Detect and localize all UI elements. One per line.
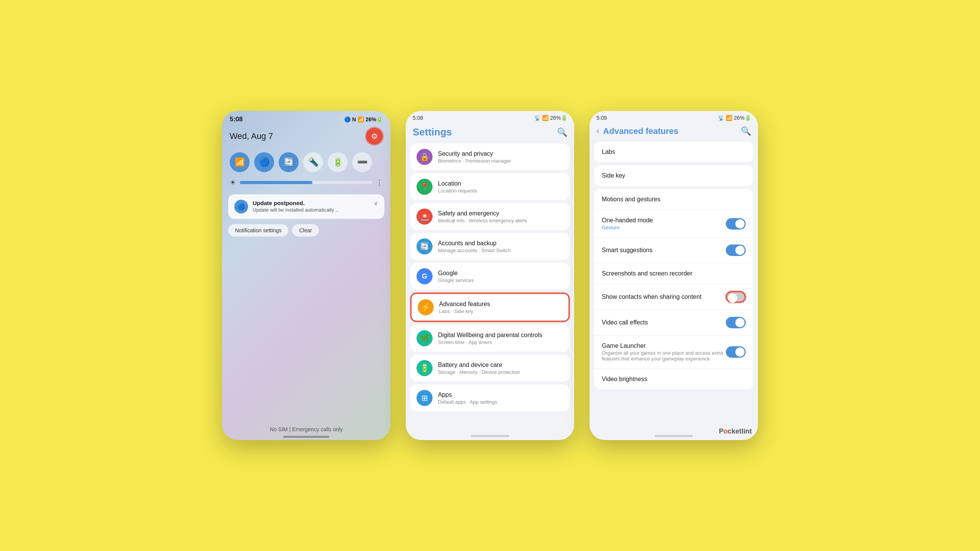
phone3-status-bar: 5:09 📡 📶 26%🔋 [590,111,758,123]
adv-item-motions[interactable]: Motions and gestures [594,189,753,210]
apps-text: Apps Default apps · App settings [438,391,564,405]
notification-body: Update will be installed automatically .… [253,207,369,213]
suggestions-toggle[interactable] [726,245,746,256]
brightness-icon: ☀ [230,178,236,187]
google-text: Google Google services [438,270,564,283]
video-brightness-label: Video brightness [602,376,746,383]
date-row: Wed, Aug 7 ⚙ [222,126,390,151]
no-sim-text: No SIM | Emergency calls only [222,426,390,432]
settings-item-apps[interactable]: ⊞ Apps Default apps · App settings [410,385,570,411]
phone3-search-button[interactable]: 🔍 [741,126,751,136]
sync-toggle[interactable]: 🔄 [279,152,299,172]
accounts-name: Accounts and backup [438,240,564,247]
adv-item-labs[interactable]: Labs [594,142,753,162]
phone1-status-icons: 🔵 N 📶 26%🔋 [344,116,383,122]
labs-label: Labs [602,148,746,155]
home-bar[interactable] [471,435,509,437]
wellbeing-sub: Screen time · App timers [438,339,564,345]
flashlight-toggle[interactable]: 🔦 [303,152,323,172]
google-icon: G [416,268,433,284]
notification-card: 🔵 Update postponed. Update will be insta… [228,194,384,219]
phone2-title: Settings [413,126,452,138]
notification-settings-button[interactable]: Notification settings [228,224,288,236]
settings-list: 🔒 Security and privacy Biometrics · Perm… [406,143,574,432]
notification-text: Update postponed. Update will be install… [253,200,369,213]
sidekey-label: Side key [602,172,746,179]
apps-icon: ⊞ [416,390,433,406]
more-options-icon[interactable]: ⋮ [376,178,383,187]
phone2-header: Settings 🔍 [406,123,574,143]
adv-item-screenshots[interactable]: Screenshots and screen recorder [594,263,753,284]
phone3-frame: 5:09 📡 📶 26%🔋 ‹ Advanced features 🔍 Labs [590,111,758,440]
adv-item-sidekey[interactable]: Side key [594,165,753,186]
adv-item-video-effects[interactable]: Video call effects [594,310,753,336]
location-icon: 📍 [416,179,433,195]
apps-sub: Default apps · App settings [438,399,564,405]
phone2-search-button[interactable]: 🔍 [557,127,567,137]
battery-name: Battery and device care [438,362,564,368]
advanced-sub: Labs · Side key [439,308,562,314]
settings-item-advanced[interactable]: ⚡ Advanced features Labs · Side key [410,293,570,322]
phone3-time: 5:09 [596,115,607,121]
safety-name: Safety and emergency [438,210,564,217]
phone3-status-icons: 📡 📶 26%🔋 [718,115,751,121]
adv-section-main: Motions and gestures One-handed mode Ges… [594,189,753,390]
adv-item-game-launcher[interactable]: Game Launcher Organize all your games in… [594,336,753,369]
adv-item-onehanded[interactable]: One-handed mode Gesture [594,210,753,238]
adv-item-contacts-sharing[interactable]: Show contacts when sharing content [594,284,753,310]
settings-item-accounts[interactable]: 🔄 Accounts and backup Manage accounts · … [410,233,570,260]
phone1-content: 5:08 🔵 N 📶 26%🔋 Wed, Aug 7 ⚙ 📶 🔵 🔄 🔦 🔋 ➖ [222,111,390,440]
game-launcher-toggle[interactable] [726,346,746,358]
settings-item-wellbeing[interactable]: 🌿 Digital Wellbeing and parental control… [410,325,570,352]
phone3-home-bar[interactable] [655,435,693,437]
security-icon: 🔒 [416,149,433,165]
battery-text: Battery and device care Storage · Memory… [438,362,564,375]
security-sub: Biometrics · Permission manager [438,158,564,164]
settings-item-battery[interactable]: 🔋 Battery and device care Storage · Memo… [410,355,570,381]
accounts-text: Accounts and backup Manage accounts · Sm… [438,240,564,253]
phone2-content: 5:08 📡 📶 26%🔋 Settings 🔍 🔒 Security and … [406,111,574,440]
notification-expand-icon[interactable]: ∨ [374,200,378,207]
battery-icon: 🔋 [416,360,433,376]
brightness-bar[interactable] [240,181,372,184]
phone1-time: 5:08 [230,116,243,123]
back-button[interactable]: ‹ [596,126,599,136]
bluetooth-toggle[interactable]: 🔵 [254,152,274,172]
notification-icon: 🔵 [234,200,248,214]
phone1-status-bar: 5:08 🔵 N 📶 26%🔋 [222,111,390,126]
pocketlint-badge: Pocketlint [719,427,752,435]
phone3-title: Advanced features [603,126,737,136]
advanced-icon: ⚡ [418,299,434,315]
battery-saver-toggle[interactable]: 🔋 [328,152,348,172]
phone2-frame: 5:08 📡 📶 26%🔋 Settings 🔍 🔒 Security and … [406,111,574,440]
adv-section-labs: Labs [594,142,753,162]
video-effects-toggle[interactable] [726,317,746,328]
motions-label: Motions and gestures [602,196,746,203]
notification-clear-button[interactable]: Clear [292,224,318,236]
adv-item-suggestions[interactable]: Smart suggestions [594,238,753,263]
game-launcher-label: Game Launcher Organize all your games in… [602,342,726,362]
settings-item-location[interactable]: 📍 Location Location requests [410,173,570,200]
phone2-status-bar: 5:08 📡 📶 26%🔋 [406,111,574,123]
accounts-sub: Manage accounts · Smart Switch [438,248,564,253]
adv-item-video-brightness[interactable]: Video brightness [594,369,753,390]
settings-gear-button[interactable]: ⚙ [366,128,383,145]
minus-toggle[interactable]: ➖ [352,152,372,172]
brightness-row: ☀ ⋮ [222,177,390,193]
screenshots-label: Screenshots and screen recorder [602,270,746,277]
onehanded-toggle[interactable] [726,218,746,230]
phone2-status-icons: 📡 📶 26%🔋 [534,115,567,121]
wellbeing-icon: 🌿 [416,330,433,346]
contacts-sharing-toggle[interactable] [726,291,746,303]
settings-item-security[interactable]: 🔒 Security and privacy Biometrics · Perm… [410,143,570,170]
contacts-sharing-label: Show contacts when sharing content [602,293,726,300]
sim-indicator: N [352,116,356,122]
notification-title: Update postponed. [253,200,369,206]
settings-item-google[interactable]: G Google Google services [410,263,570,290]
wifi-toggle[interactable]: 📶 [230,152,250,172]
settings-item-safety[interactable]: 🚨 Safety and emergency Medical info · Wi… [410,203,570,230]
safety-icon: 🚨 [416,209,433,225]
advanced-features-list: Labs Side key Motions and gestures [590,142,758,432]
location-text: Location Location requests [438,180,564,194]
home-indicator[interactable] [283,436,329,438]
